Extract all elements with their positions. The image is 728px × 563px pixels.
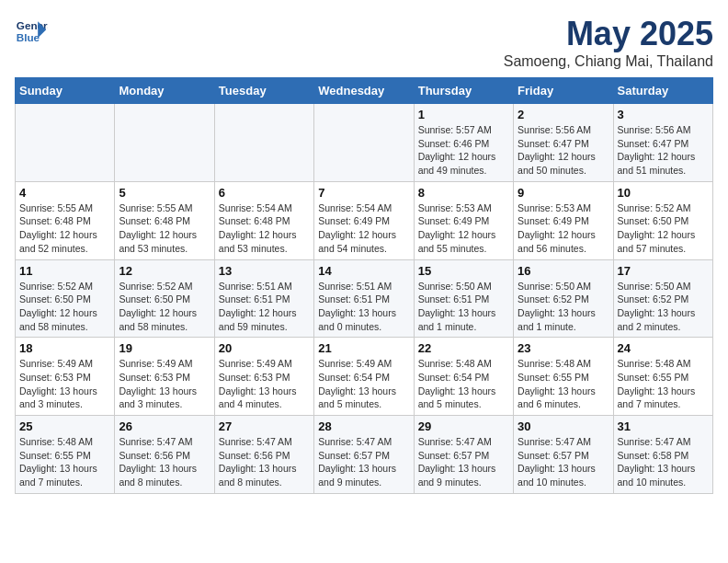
day-cell: 8Sunrise: 5:53 AM Sunset: 6:49 PM Daylig… [414,181,513,259]
day-cell: 28Sunrise: 5:47 AM Sunset: 6:57 PM Dayli… [314,416,414,494]
day-cell: 1Sunrise: 5:57 AM Sunset: 6:46 PM Daylig… [414,104,513,182]
day-number: 16 [518,264,609,278]
day-number: 31 [618,419,709,433]
day-cell [16,104,115,182]
day-number: 22 [418,341,509,355]
calendar-table: SundayMondayTuesdayWednesdayThursdayFrid… [15,77,713,494]
day-number: 5 [119,186,210,200]
logo-icon: General Blue [15,15,48,48]
day-info: Sunrise: 5:49 AM Sunset: 6:53 PM Dayligh… [19,357,110,411]
day-cell: 16Sunrise: 5:50 AM Sunset: 6:52 PM Dayli… [514,259,613,338]
title-block: May 2025 Samoeng, Chiang Mai, Thailand [504,15,713,70]
svg-text:Blue: Blue [17,31,40,43]
day-cell: 3Sunrise: 5:56 AM Sunset: 6:47 PM Daylig… [613,104,712,182]
day-number: 13 [219,264,310,278]
day-number: 2 [518,108,609,121]
day-info: Sunrise: 5:48 AM Sunset: 6:55 PM Dayligh… [518,357,609,411]
day-info: Sunrise: 5:48 AM Sunset: 6:55 PM Dayligh… [618,357,709,411]
day-number: 23 [518,341,609,355]
weekday-header-row: SundayMondayTuesdayWednesdayThursdayFrid… [16,78,713,104]
day-cell: 30Sunrise: 5:47 AM Sunset: 6:57 PM Dayli… [514,416,613,494]
day-info: Sunrise: 5:57 AM Sunset: 6:46 PM Dayligh… [418,123,509,178]
day-number: 26 [119,419,210,433]
day-info: Sunrise: 5:53 AM Sunset: 6:49 PM Dayligh… [518,201,609,256]
day-number: 29 [418,419,509,433]
weekday-header-monday: Monday [115,78,214,104]
day-cell: 21Sunrise: 5:49 AM Sunset: 6:54 PM Dayli… [314,338,414,416]
day-info: Sunrise: 5:48 AM Sunset: 6:55 PM Dayligh… [19,435,110,489]
day-number: 9 [518,186,609,200]
day-info: Sunrise: 5:53 AM Sunset: 6:49 PM Dayligh… [418,201,509,256]
day-number: 20 [219,341,310,355]
weekday-header-wednesday: Wednesday [314,78,414,104]
day-number: 11 [19,264,110,278]
day-number: 30 [518,419,609,433]
day-number: 28 [318,419,409,433]
day-cell: 12Sunrise: 5:52 AM Sunset: 6:50 PM Dayli… [115,259,214,338]
day-number: 3 [618,108,709,121]
day-cell [214,104,313,182]
day-cell: 14Sunrise: 5:51 AM Sunset: 6:51 PM Dayli… [314,259,414,338]
day-info: Sunrise: 5:48 AM Sunset: 6:54 PM Dayligh… [418,357,509,411]
day-info: Sunrise: 5:51 AM Sunset: 6:51 PM Dayligh… [318,280,409,334]
day-info: Sunrise: 5:52 AM Sunset: 6:50 PM Dayligh… [618,201,709,256]
day-cell: 20Sunrise: 5:49 AM Sunset: 6:53 PM Dayli… [214,338,313,416]
day-info: Sunrise: 5:49 AM Sunset: 6:53 PM Dayligh… [219,357,310,411]
day-cell: 13Sunrise: 5:51 AM Sunset: 6:51 PM Dayli… [214,259,313,338]
day-info: Sunrise: 5:51 AM Sunset: 6:51 PM Dayligh… [219,280,310,334]
week-row-1: 1Sunrise: 5:57 AM Sunset: 6:46 PM Daylig… [16,104,713,182]
weekday-header-tuesday: Tuesday [214,78,313,104]
day-cell [314,104,414,182]
weekday-header-saturday: Saturday [613,78,712,104]
day-cell: 29Sunrise: 5:47 AM Sunset: 6:57 PM Dayli… [414,416,513,494]
day-info: Sunrise: 5:47 AM Sunset: 6:57 PM Dayligh… [518,435,609,489]
day-number: 25 [19,419,110,433]
week-row-2: 4Sunrise: 5:55 AM Sunset: 6:48 PM Daylig… [16,181,713,259]
day-cell: 31Sunrise: 5:47 AM Sunset: 6:58 PM Dayli… [613,416,712,494]
main-title: May 2025 [504,15,713,53]
day-cell: 7Sunrise: 5:54 AM Sunset: 6:49 PM Daylig… [314,181,414,259]
day-number: 27 [219,419,310,433]
day-number: 24 [618,341,709,355]
day-cell: 5Sunrise: 5:55 AM Sunset: 6:48 PM Daylig… [115,181,214,259]
day-cell: 9Sunrise: 5:53 AM Sunset: 6:49 PM Daylig… [514,181,613,259]
day-cell: 24Sunrise: 5:48 AM Sunset: 6:55 PM Dayli… [613,338,712,416]
day-cell: 6Sunrise: 5:54 AM Sunset: 6:48 PM Daylig… [214,181,313,259]
logo: General Blue [15,15,50,48]
day-cell: 10Sunrise: 5:52 AM Sunset: 6:50 PM Dayli… [613,181,712,259]
day-number: 1 [418,108,509,121]
day-number: 4 [19,186,110,200]
weekday-header-sunday: Sunday [16,78,115,104]
day-info: Sunrise: 5:47 AM Sunset: 6:56 PM Dayligh… [119,435,210,489]
day-number: 17 [618,264,709,278]
day-info: Sunrise: 5:47 AM Sunset: 6:57 PM Dayligh… [318,435,409,489]
day-cell: 2Sunrise: 5:56 AM Sunset: 6:47 PM Daylig… [514,104,613,182]
week-row-5: 25Sunrise: 5:48 AM Sunset: 6:55 PM Dayli… [16,416,713,494]
day-number: 19 [119,341,210,355]
day-number: 15 [418,264,509,278]
day-info: Sunrise: 5:50 AM Sunset: 6:52 PM Dayligh… [518,280,609,334]
day-info: Sunrise: 5:49 AM Sunset: 6:54 PM Dayligh… [318,357,409,411]
day-info: Sunrise: 5:52 AM Sunset: 6:50 PM Dayligh… [119,280,210,334]
day-info: Sunrise: 5:55 AM Sunset: 6:48 PM Dayligh… [19,201,110,256]
day-info: Sunrise: 5:54 AM Sunset: 6:49 PM Dayligh… [318,201,409,256]
day-cell: 27Sunrise: 5:47 AM Sunset: 6:56 PM Dayli… [214,416,313,494]
day-number: 8 [418,186,509,200]
day-cell: 23Sunrise: 5:48 AM Sunset: 6:55 PM Dayli… [514,338,613,416]
week-row-3: 11Sunrise: 5:52 AM Sunset: 6:50 PM Dayli… [16,259,713,338]
day-cell: 26Sunrise: 5:47 AM Sunset: 6:56 PM Dayli… [115,416,214,494]
day-cell: 11Sunrise: 5:52 AM Sunset: 6:50 PM Dayli… [16,259,115,338]
day-number: 14 [318,264,409,278]
week-row-4: 18Sunrise: 5:49 AM Sunset: 6:53 PM Dayli… [16,338,713,416]
day-info: Sunrise: 5:47 AM Sunset: 6:57 PM Dayligh… [418,435,509,489]
day-info: Sunrise: 5:50 AM Sunset: 6:52 PM Dayligh… [618,280,709,334]
day-cell: 25Sunrise: 5:48 AM Sunset: 6:55 PM Dayli… [16,416,115,494]
day-number: 12 [119,264,210,278]
subtitle: Samoeng, Chiang Mai, Thailand [504,53,713,70]
day-cell: 15Sunrise: 5:50 AM Sunset: 6:51 PM Dayli… [414,259,513,338]
day-info: Sunrise: 5:50 AM Sunset: 6:51 PM Dayligh… [418,280,509,334]
day-cell: 4Sunrise: 5:55 AM Sunset: 6:48 PM Daylig… [16,181,115,259]
day-number: 7 [318,186,409,200]
day-info: Sunrise: 5:54 AM Sunset: 6:48 PM Dayligh… [219,201,310,256]
day-cell: 22Sunrise: 5:48 AM Sunset: 6:54 PM Dayli… [414,338,513,416]
